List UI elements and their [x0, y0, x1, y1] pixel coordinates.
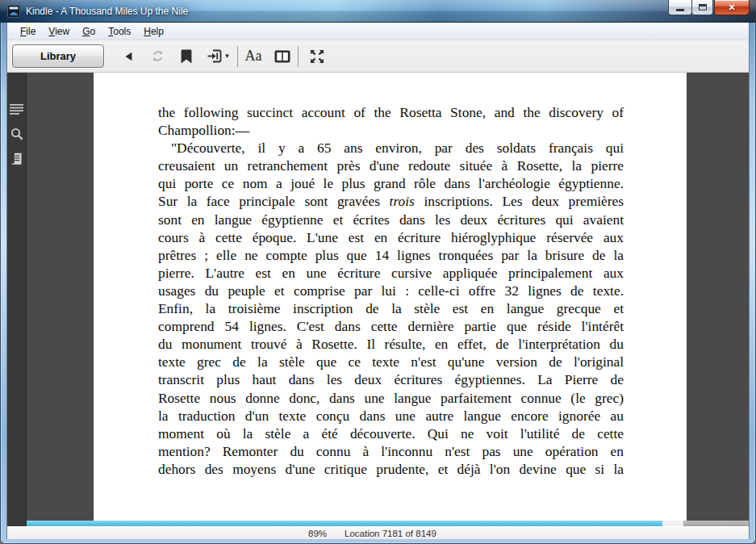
page-line: Sur la face principale sont gravées troi…: [158, 192, 624, 210]
page-line: texte grec de la stèle que ce texte n'es…: [158, 353, 624, 370]
sync-button[interactable]: [143, 44, 172, 69]
text-size-icon: Aa: [245, 48, 262, 65]
maximize-icon: [699, 4, 707, 10]
progress-fill: [27, 521, 662, 526]
progress-row: [7, 521, 749, 526]
menu-help[interactable]: Help: [137, 23, 170, 40]
notes-icon: [10, 153, 23, 165]
toolbar-separator: [298, 46, 299, 67]
close-button[interactable]: ✕: [714, 0, 750, 15]
window-controls: ✕: [668, 0, 750, 15]
toolbar: Library: [7, 40, 749, 73]
toc-icon: [10, 104, 23, 115]
bookmark-icon: [181, 49, 192, 64]
sidebar: [7, 73, 27, 521]
page-line: the following succinct account of the Ro…: [158, 103, 624, 121]
page-line: pierre. L'autre est en une écriture curs…: [158, 264, 624, 282]
text-size-button[interactable]: Aa: [239, 44, 268, 69]
goto-icon: [207, 48, 223, 64]
notes-button[interactable]: [10, 152, 24, 166]
window-title: Kindle - A Thousand Miles Up the Nile: [26, 6, 188, 17]
client-area: FileViewGoToolsHelp Library: [6, 23, 750, 539]
back-icon: [123, 51, 134, 62]
menu-go[interactable]: Go: [76, 23, 102, 40]
toolbar-separator: [237, 46, 238, 67]
location-label: Location 7181 of 8149: [345, 528, 436, 539]
sync-icon: [151, 49, 165, 63]
page-line: dehors des moyens d'une critique prudent…: [158, 460, 624, 478]
menu-bar: FileViewGoToolsHelp: [7, 23, 749, 40]
status-bar: 89% Location 7181 of 8149: [7, 526, 749, 539]
toc-button[interactable]: [10, 102, 24, 116]
page-line: Rosette nous donne donc, dans une langue…: [158, 389, 624, 407]
maximize-button[interactable]: [691, 0, 713, 15]
fullscreen-button[interactable]: [301, 44, 333, 69]
page-line: la traduction d'un texte conçu dans une …: [158, 407, 624, 425]
page-line: "Découverte, il y a 65 ans environ, par …: [158, 139, 624, 157]
progress-unread-segment: [683, 521, 749, 526]
reading-progress-bar[interactable]: [27, 521, 749, 526]
page-line: transcrit plus haut dans les deux écritu…: [158, 370, 624, 388]
book-page: the following succinct account of the Ro…: [94, 73, 687, 521]
close-icon: ✕: [728, 3, 735, 12]
menu-view[interactable]: View: [42, 23, 76, 40]
minimize-icon: [676, 9, 684, 11]
page-line: mention? Remonter du connu à l'inconnu n…: [158, 442, 624, 460]
page-line: du monument trouvé à Rosette. Il résulte…: [158, 335, 624, 353]
minimize-button[interactable]: [668, 0, 691, 15]
page-line: moment où la stèle a été découverte. Qui…: [158, 425, 624, 442]
title-bar: Kindle - A Thousand Miles Up the Nile ✕: [0, 0, 756, 23]
search-icon: [10, 128, 23, 140]
goto-dropdown-caret-icon: ▼: [224, 52, 231, 60]
page-surround: the following succinct account of the Ro…: [27, 73, 749, 521]
bookmark-button[interactable]: [172, 44, 201, 69]
search-button[interactable]: [10, 127, 24, 141]
reading-area: the following succinct account of the Ro…: [7, 73, 749, 521]
page-line: qui porte ce nom a joué le plus grand rô…: [158, 174, 624, 192]
goto-button[interactable]: ▼: [201, 44, 236, 69]
page-line: comprend 54 lignes. C'est dans cette der…: [158, 317, 624, 335]
columns-button[interactable]: [268, 44, 297, 69]
progress-rail-corner: [7, 521, 27, 526]
page-line: creusaient un retranchement près d'une r…: [158, 157, 624, 174]
kindle-window: Kindle - A Thousand Miles Up the Nile ✕ …: [0, 0, 756, 544]
library-button[interactable]: Library: [12, 44, 104, 68]
percent-read-label: 89%: [308, 528, 327, 539]
menu-file[interactable]: File: [14, 23, 42, 40]
page-line: prêtres ; elle ne compte plus que 14 lig…: [158, 246, 624, 264]
page-line: Enfin, la troisième inscription de la st…: [158, 299, 624, 317]
menu-tools[interactable]: Tools: [102, 23, 137, 40]
fullscreen-icon: [309, 48, 325, 65]
page-line: usages du peuple et comprise par lui : c…: [158, 282, 624, 299]
columns-icon: [274, 50, 290, 63]
kindle-app-icon: [7, 5, 20, 18]
page-line: sont en langue égyptienne et écrites dan…: [158, 211, 624, 228]
page-line: Champollion:—: [158, 121, 624, 139]
back-button[interactable]: [114, 44, 143, 69]
page-line: cours à cette époque. L'une est en écrit…: [158, 228, 624, 246]
